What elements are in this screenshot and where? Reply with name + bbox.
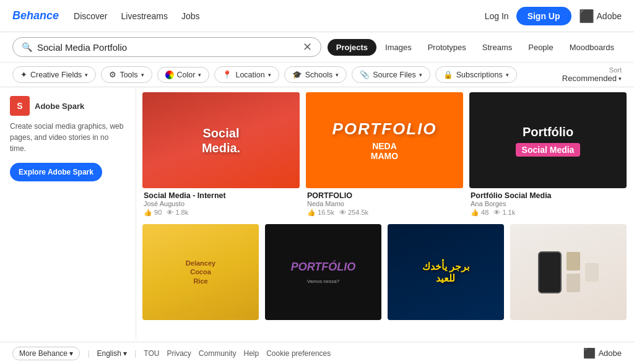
tab-images[interactable]: Images <box>378 39 419 56</box>
source-files-icon: 📎 <box>360 70 370 79</box>
tools-icon: ⚙ <box>109 70 116 79</box>
project-thumbnail: SocialMedia. <box>142 92 300 188</box>
views-stat: 👁 1.8k <box>167 209 188 217</box>
project-card[interactable]: برجر يأخدكللعيد <box>388 224 504 320</box>
project-info: Portfólio Social Media Ana Borges 👍 48 👁… <box>469 188 627 218</box>
adobe-spark-logo-icon: S <box>10 96 30 116</box>
project-card[interactable]: Portfólio Social Media Portfólio Social … <box>469 92 627 218</box>
chevron-down-icon: ▾ <box>336 72 339 78</box>
search-row: 🔍 ✕ Projects Images Prototypes Streams P… <box>0 32 634 63</box>
ad-logo-row: S Adobe Spark <box>10 96 126 116</box>
project-info: Social Media - Internet José Augusto 👍 9… <box>142 188 300 218</box>
behance-logo[interactable]: Behance <box>12 9 59 22</box>
tab-streams[interactable]: Streams <box>475 39 519 56</box>
projects-row-1: SocialMedia. Social Media - Internet Jos… <box>142 92 627 218</box>
filter-tabs: Projects Images Prototypes Streams Peopl… <box>328 39 622 56</box>
adobe-branding: ⬛ Adobe <box>579 9 622 24</box>
sidebar-ad: S Adobe Spark Create social media graphi… <box>0 87 136 339</box>
clear-search-button[interactable]: ✕ <box>303 41 312 53</box>
nav-discover[interactable]: Discover <box>74 11 107 21</box>
views-stat: 👁 1.1k <box>493 209 515 217</box>
filter-schools[interactable]: 🎓 Schools ▾ <box>284 66 347 83</box>
signup-button[interactable]: Sign Up <box>516 7 571 25</box>
ad-description: Create social media graphics, web pages,… <box>10 121 126 154</box>
footer-cookies[interactable]: Cookie preferences <box>266 349 331 358</box>
filter-label: Location <box>235 71 264 79</box>
projects-row-2: DelanceyCocoaRice PORTFÓLIO Vamos nessa?… <box>142 224 627 320</box>
project-stats: 👍 90 👁 1.8k <box>144 209 298 217</box>
filter-creative-fields[interactable]: ✦ Creative Fields ▾ <box>12 66 96 83</box>
chevron-down-icon: ▾ <box>85 72 88 78</box>
filter-label: Source Files <box>373 71 415 79</box>
creative-fields-icon: ✦ <box>20 70 27 79</box>
nav-livestreams[interactable]: Livestreams <box>121 11 168 21</box>
project-author: José Augusto <box>144 200 298 207</box>
footer-community[interactable]: Community <box>199 349 237 358</box>
likes-stat: 👍 16.5k <box>307 209 334 217</box>
project-card[interactable]: DelanceyCocoaRice <box>142 224 259 320</box>
filter-tools[interactable]: ⚙ Tools ▾ <box>101 66 152 83</box>
footer-privacy[interactable]: Privacy <box>167 349 191 358</box>
project-card[interactable]: PORTFOLIO NEDA MAMO PORTFOLIO Neda Mamo … <box>306 92 463 218</box>
filter-color[interactable]: Color ▾ <box>157 67 210 83</box>
tab-moodboards[interactable]: Moodboards <box>562 39 622 56</box>
adobe-label: Adobe <box>597 11 622 21</box>
project-stats: 👍 48 👁 1.1k <box>471 209 625 217</box>
footer: More Behance ▾ | English ▾ | TOU Privacy… <box>0 342 634 364</box>
project-thumbnail <box>510 224 627 320</box>
filter-location[interactable]: 📍 Location ▾ <box>214 66 279 83</box>
filter-source-files[interactable]: 📎 Source Files ▾ <box>352 66 430 83</box>
header: Behance Discover Livestreams Jobs Log In… <box>0 0 634 32</box>
projects-grid: SocialMedia. Social Media - Internet Jos… <box>136 87 634 339</box>
project-thumbnail: PORTFOLIO NEDA MAMO <box>306 92 463 188</box>
separator: | <box>87 349 89 358</box>
language-selector[interactable]: English ▾ <box>97 349 128 358</box>
likes-stat: 👍 90 <box>144 209 162 217</box>
explore-ad-button[interactable]: Explore Adobe Spark <box>10 163 102 181</box>
tab-projects[interactable]: Projects <box>328 39 376 56</box>
more-behance-button[interactable]: More Behance ▾ <box>12 347 80 360</box>
project-card[interactable]: SocialMedia. Social Media - Internet Jos… <box>142 92 300 218</box>
nav-jobs[interactable]: Jobs <box>181 11 200 21</box>
search-box: 🔍 ✕ <box>12 37 321 57</box>
footer-help[interactable]: Help <box>244 349 259 358</box>
footer-tou[interactable]: TOU <box>144 349 159 358</box>
sort-control[interactable]: Sort Recommended ▾ <box>562 66 622 83</box>
tab-prototypes[interactable]: Prototypes <box>420 39 474 56</box>
project-card[interactable] <box>510 224 627 320</box>
search-input[interactable] <box>37 42 303 53</box>
sort-value[interactable]: Recommended ▾ <box>562 74 622 83</box>
project-thumbnail: DelanceyCocoaRice <box>142 224 259 320</box>
chevron-down-icon: ▾ <box>619 76 622 82</box>
adobe-icon: ⬛ <box>579 9 594 24</box>
sort-label: Sort <box>562 66 622 74</box>
project-author: Ana Borges <box>471 200 625 207</box>
subscriptions-icon: 🔒 <box>443 70 453 79</box>
filter-label: Subscriptions <box>456 71 503 79</box>
project-card[interactable]: PORTFÓLIO Vamos nessa? <box>265 224 381 320</box>
adobe-footer-icon: ⬛ <box>583 347 596 359</box>
adobe-footer-label: Adobe <box>598 349 622 358</box>
filter-subscriptions[interactable]: 🔒 Subscriptions ▾ <box>435 66 517 83</box>
main-content: S Adobe Spark Create social media graphi… <box>0 87 634 339</box>
color-icon <box>165 71 174 79</box>
likes-stat: 👍 48 <box>471 209 489 217</box>
footer-adobe: ⬛ Adobe <box>583 347 622 359</box>
filter-label: Creative Fields <box>30 71 82 79</box>
filter-label: Schools <box>305 71 332 79</box>
project-thumbnail: PORTFÓLIO Vamos nessa? <box>265 224 381 320</box>
header-actions: Log In Sign Up ⬛ Adobe <box>485 7 622 25</box>
project-stats: 👍 16.5k 👁 254.5k <box>307 209 462 217</box>
project-author: Neda Mamo <box>307 200 462 207</box>
schools-icon: 🎓 <box>292 70 302 79</box>
chevron-down-icon: ▾ <box>198 72 201 78</box>
filter-label: Tools <box>119 71 137 79</box>
chevron-down-icon: ▾ <box>141 72 144 78</box>
filters-row: ✦ Creative Fields ▾ ⚙ Tools ▾ Color ▾ 📍 … <box>0 63 634 87</box>
project-thumbnail: Portfólio Social Media <box>469 92 627 188</box>
ad-logo-text: Adobe Spark <box>35 102 84 111</box>
tab-people[interactable]: People <box>521 39 560 56</box>
filter-label: Color <box>177 71 196 79</box>
login-button[interactable]: Log In <box>485 11 509 21</box>
separator: | <box>134 349 136 358</box>
